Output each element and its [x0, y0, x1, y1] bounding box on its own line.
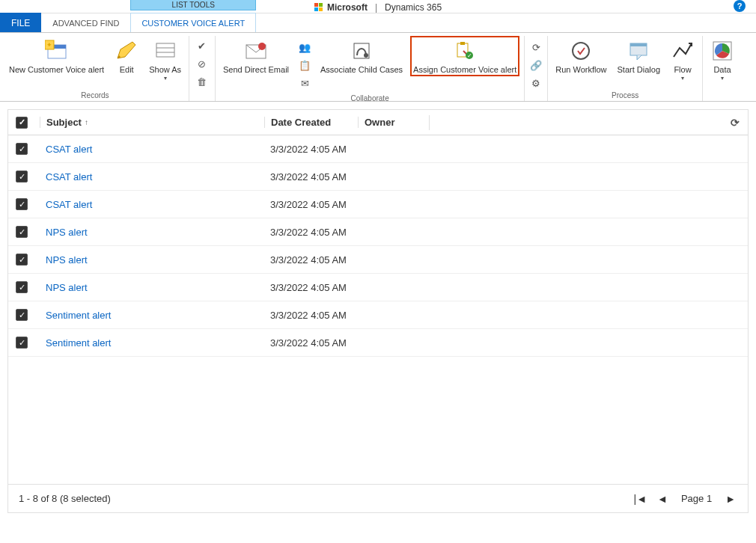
edit-icon: [115, 39, 138, 63]
send-direct-email-button[interactable]: Send Direct Email: [220, 36, 292, 75]
row-subject-link[interactable]: NPS alert: [40, 227, 264, 238]
table-row[interactable]: Sentiment alert3/3/2022 4:05 AM: [8, 329, 748, 357]
connect-icon[interactable]: 🔗: [529, 58, 543, 72]
svg-point-8: [258, 43, 266, 50]
flow-icon: [671, 39, 695, 63]
select-all-checkbox[interactable]: [16, 117, 28, 129]
start-dialog-button[interactable]: Start Dialog: [615, 36, 663, 75]
row-checkbox[interactable]: [16, 281, 28, 293]
row-checkbox[interactable]: [16, 254, 28, 266]
ribbon-group-collaborate: Send Direct Email 👥 📋 ✉ Associate Child …: [216, 36, 525, 101]
associate-icon: [350, 39, 374, 63]
svg-rect-4: [156, 43, 174, 57]
queue-icon[interactable]: ⚙: [529, 76, 543, 90]
next-page-button[interactable]: ►: [724, 491, 737, 506]
share-icon[interactable]: 👥: [298, 40, 311, 54]
brand-product: Dynamics 365: [385, 2, 442, 13]
table-row[interactable]: Sentiment alert3/3/2022 4:05 AM: [8, 301, 748, 329]
group-label-collaborate: Collaborate: [220, 93, 519, 104]
first-page-button[interactable]: |◄: [632, 491, 649, 506]
refresh-grid-icon[interactable]: ⟳: [727, 114, 743, 131]
row-subject-link[interactable]: Sentiment alert: [40, 337, 264, 349]
show-as-icon: [153, 39, 177, 63]
brand-divider: |: [375, 2, 377, 13]
workflow-icon: [569, 39, 593, 63]
row-subject-link[interactable]: Sentiment alert: [40, 310, 264, 321]
brand-microsoft: Microsoft: [327, 2, 368, 13]
row-subject-link[interactable]: NPS alert: [40, 282, 264, 293]
grid-container: Subject ↑ Date Created Owner ⟳ CSAT aler…: [0, 102, 756, 513]
tab-strip: FILE ADVANCED FIND LIST TOOLS CUSTOMER V…: [0, 13, 756, 33]
assign-icon: ✓: [453, 39, 477, 63]
dropdown-arrow-icon: ▾: [721, 75, 724, 82]
ribbon-group-actions: ✔ ⊘ 🗑: [189, 36, 216, 101]
row-date: 3/3/2022 4:05 AM: [264, 310, 358, 321]
new-customer-voice-alert-button[interactable]: ✦ New Customer Voice alert: [6, 36, 107, 75]
svg-rect-17: [630, 43, 647, 46]
associate-child-cases-button[interactable]: Associate Child Cases: [317, 36, 406, 75]
grid-body: CSAT alert3/3/2022 4:05 AMCSAT alert3/3/…: [8, 135, 748, 484]
dropdown-arrow-icon: ▾: [164, 75, 167, 82]
assign-customer-voice-alert-button[interactable]: ✓ Assign Customer Voice alert: [410, 36, 519, 76]
row-checkbox[interactable]: [16, 143, 28, 155]
delete-icon[interactable]: 🗑: [195, 75, 209, 88]
email-link-icon[interactable]: ✉: [298, 76, 311, 90]
run-workflow-button[interactable]: Run Workflow: [552, 36, 609, 75]
table-row[interactable]: CSAT alert3/3/2022 4:05 AM: [8, 191, 748, 218]
footer-status: 1 - 8 of 8 (8 selected): [19, 493, 111, 504]
row-checkbox[interactable]: [16, 171, 28, 182]
app-header: Microsoft | Dynamics 365 ? ︿: [0, 0, 756, 13]
row-checkbox[interactable]: [16, 226, 28, 238]
column-header-subject[interactable]: Subject ↑: [40, 117, 264, 128]
tab-group-label: LIST TOOLS: [130, 0, 256, 10]
edit-button[interactable]: Edit: [112, 36, 141, 75]
group-label-process: Process: [552, 90, 698, 101]
brand-logo: Microsoft | Dynamics 365: [314, 2, 442, 13]
tab-advanced-find[interactable]: ADVANCED FIND: [41, 13, 130, 32]
row-checkbox[interactable]: [16, 198, 28, 210]
group-label-records: Records: [6, 90, 184, 101]
tab-customer-voice-alert[interactable]: CUSTOMER VOICE ALERT: [130, 13, 256, 32]
row-checkbox[interactable]: [16, 309, 28, 321]
table-row[interactable]: NPS alert3/3/2022 4:05 AM: [8, 246, 748, 274]
prev-page-button[interactable]: ◄: [656, 491, 669, 506]
ribbon-group-data: Data ▾: [703, 36, 742, 101]
table-row[interactable]: CSAT alert3/3/2022 4:05 AM: [8, 163, 748, 191]
column-header-date[interactable]: Date Created: [264, 117, 358, 128]
dropdown-arrow-icon: ▾: [681, 75, 684, 82]
row-date: 3/3/2022 4:05 AM: [264, 144, 358, 155]
row-checkbox[interactable]: [16, 337, 28, 349]
sort-ascending-icon: ↑: [85, 118, 88, 126]
svg-point-15: [573, 43, 589, 59]
activate-icon[interactable]: ✔: [195, 39, 209, 52]
row-date: 3/3/2022 4:05 AM: [264, 282, 358, 293]
microsoft-logo-icon: [314, 3, 323, 11]
show-as-button[interactable]: Show As ▾: [146, 36, 184, 82]
copy-link-icon[interactable]: 📋: [298, 58, 311, 72]
flow-button[interactable]: Flow ▾: [668, 36, 698, 82]
table-row[interactable]: CSAT alert3/3/2022 4:05 AM: [8, 135, 748, 163]
table-row[interactable]: NPS alert3/3/2022 4:05 AM: [8, 218, 748, 246]
results-grid: Subject ↑ Date Created Owner ⟳ CSAT aler…: [7, 109, 749, 513]
page-label: Page 1: [681, 493, 712, 504]
table-row[interactable]: NPS alert3/3/2022 4:05 AM: [8, 274, 748, 301]
help-icon[interactable]: ?: [734, 0, 746, 12]
row-subject-link[interactable]: CSAT alert: [40, 171, 264, 182]
row-subject-link[interactable]: CSAT alert: [40, 199, 264, 210]
column-header-owner[interactable]: Owner: [358, 117, 429, 128]
pager: |◄ ◄ Page 1 ►: [632, 491, 737, 506]
grid-header-row: Subject ↑ Date Created Owner ⟳: [8, 110, 748, 135]
data-button[interactable]: Data ▾: [707, 36, 737, 82]
svg-text:✦: ✦: [46, 41, 52, 49]
email-icon: [244, 39, 268, 63]
row-date: 3/3/2022 4:05 AM: [264, 199, 358, 210]
refresh-sync-icon[interactable]: ⟳: [529, 40, 543, 54]
row-subject-link[interactable]: CSAT alert: [40, 144, 264, 155]
row-date: 3/3/2022 4:05 AM: [264, 227, 358, 238]
ribbon-group-records: ✦ New Customer Voice alert Edit Show As …: [1, 36, 189, 101]
svg-text:✓: ✓: [467, 52, 472, 59]
tab-file[interactable]: FILE: [0, 13, 41, 32]
row-subject-link[interactable]: NPS alert: [40, 254, 264, 266]
row-date: 3/3/2022 4:05 AM: [264, 337, 358, 349]
deactivate-icon[interactable]: ⊘: [195, 57, 209, 70]
